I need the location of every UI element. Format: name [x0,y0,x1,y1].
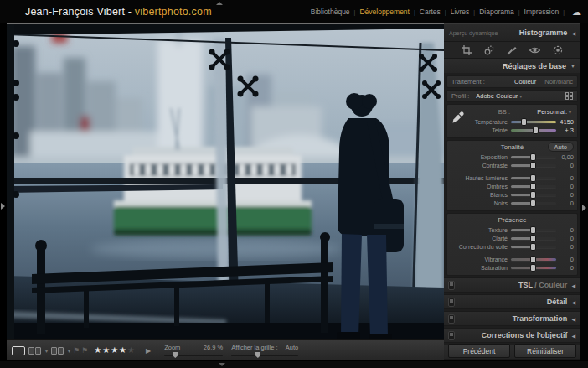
slider-handle[interactable] [530,256,536,263]
slider-track[interactable] [511,164,556,167]
slider-label: Texture [449,227,508,233]
panel-header-tsl[interactable]: TSL / Couleur◀ [444,277,580,293]
previous-button[interactable]: Précédent [448,344,510,358]
menu-item-developpement[interactable]: Développement [359,8,410,16]
heal-tool-icon[interactable] [484,45,494,55]
menu-item-diaporama[interactable]: Diaporama [479,8,514,16]
menu-item-impression[interactable]: Impression [524,8,560,16]
redeye-tool-icon[interactable] [529,45,540,55]
brush-tool-icon[interactable] [507,45,517,55]
slider-handle[interactable] [530,200,536,207]
panel-enable-toggle[interactable] [448,314,455,324]
slider-handle[interactable] [530,153,536,161]
grid-label: Afficher la grille : [231,345,277,351]
slider-label: Hautes lumières [449,175,508,181]
slider-value: 0 [560,243,574,251]
filmstrip-collapsed[interactable] [0,360,588,368]
slider-track[interactable] [511,237,556,240]
menu-separator: | [473,9,475,15]
slider-track[interactable] [511,258,556,261]
menu-separator: | [445,9,446,15]
zoom-slider[interactable] [164,355,223,356]
right-panel-edge[interactable] [580,23,588,360]
slider-row-noirs: Noirs0 [447,199,577,207]
slider-track[interactable] [511,229,556,231]
crop-tool-icon[interactable] [462,45,472,55]
slider-value: 0 [560,162,574,169]
slider-track[interactable] [511,185,556,188]
slider-track[interactable] [511,267,556,269]
panel-header-transformation[interactable]: Transformation◀ [444,311,580,326]
treatment-bw-option[interactable]: Noir/blanc [544,78,573,86]
slider-handle[interactable] [530,243,536,251]
expand-left-panel-arrow-icon[interactable] [1,203,5,210]
reset-button[interactable]: Réinitialiser [514,344,576,358]
rating-star-2[interactable]: ★ [102,345,111,355]
slider-value: 0 [560,226,574,234]
radial-filter-tool-icon[interactable] [553,45,563,55]
panel-enable-toggle[interactable] [448,331,455,340]
slider-track[interactable] [511,177,556,179]
collapse-right-panel-arrow-icon[interactable] [582,205,586,211]
panel-header-de-tail[interactable]: Détail◀ [444,294,580,309]
panel-header-corrections-de-l-objectif[interactable]: Corrections de l'objectif◀ [444,328,580,343]
menu-item-livres[interactable]: Livres [451,8,470,16]
before-after-leftright-button[interactable] [28,347,42,355]
before-after-topbottom-button[interactable] [51,347,64,355]
rating-star-3[interactable]: ★ [111,345,119,355]
view-mode-dropdown-icon[interactable]: ▾ [68,348,70,354]
basic-panel-title: Réglages de base [503,62,566,70]
profile-value[interactable]: Adobe Couleur [476,92,518,100]
photo-canvas[interactable] [7,23,444,339]
panel-title: Transformation [455,314,567,323]
slider-track[interactable] [511,202,556,205]
slider-handle[interactable] [530,183,536,190]
panel-collapse-arrow-icon: ◀ [571,299,575,305]
slider-track[interactable] [511,129,556,132]
wb-eyedropper-icon[interactable] [451,111,465,127]
play-slideshow-icon[interactable]: ▶ [146,347,151,355]
grid-value: Auto [286,345,298,351]
sync-cloud-icon[interactable]: ☁ [572,7,581,18]
slider-handle[interactable] [521,118,527,126]
rating-star-1[interactable]: ★ [94,345,102,355]
slider-track[interactable] [511,246,556,248]
tool-strip [444,41,580,59]
slider-value: + 3 [560,127,574,134]
before-after-dropdown-icon[interactable]: ▾ [45,348,48,354]
panel-enable-toggle[interactable] [448,281,455,290]
slider-track[interactable] [511,156,556,158]
slider-track[interactable] [511,194,556,196]
pick-flag-icon[interactable]: ⚑ [73,346,80,355]
basic-expand-arrow-icon: ▼ [570,64,575,69]
slider-handle[interactable] [530,264,536,272]
wb-preset-value[interactable]: Personnal. [537,108,567,116]
slider-handle[interactable] [530,191,536,199]
profile-browser-icon[interactable] [565,92,573,100]
slider-handle[interactable] [530,235,536,242]
identity-plate[interactable]: Jean-François Vibert - vibertphoto.com [25,6,212,18]
slider-handle[interactable] [530,162,536,169]
slider-handle[interactable] [530,226,536,234]
lightroom-develop-window: Jean-François Vibert - vibertphoto.com B… [0,0,588,368]
menu-item-cartes[interactable]: Cartes [420,8,441,16]
expand-filmstrip-arrow-icon[interactable] [219,363,225,366]
reject-flag-icon[interactable]: ⚑ [81,346,88,355]
menu-item-bibliotheque[interactable]: Bibliothèque [311,8,350,16]
loupe-view-button[interactable] [12,346,25,355]
star-rating[interactable]: ★★★★★ [94,346,136,355]
auto-tone-button[interactable]: Auto [548,142,574,152]
left-panel-collapsed-edge[interactable] [0,23,7,360]
panel-enable-toggle[interactable] [448,298,455,307]
slider-track[interactable] [511,121,556,123]
collapse-top-panel-arrow-icon[interactable] [216,2,223,5]
treatment-color-option[interactable]: Couleur [514,78,536,86]
rating-star-4[interactable]: ★ [119,345,127,355]
basic-panel-header[interactable]: Réglages de base ▼ [444,59,580,73]
grid-opacity-slider[interactable] [231,355,298,356]
rating-star-5[interactable]: ★ [127,345,136,355]
slider-handle[interactable] [530,174,536,182]
histogram-panel-header[interactable]: Aperçu dynamique Histogramme ◀ [444,24,580,41]
slider-handle[interactable] [533,127,539,134]
slider-row-vibrance: Vibrance0 [447,255,577,263]
